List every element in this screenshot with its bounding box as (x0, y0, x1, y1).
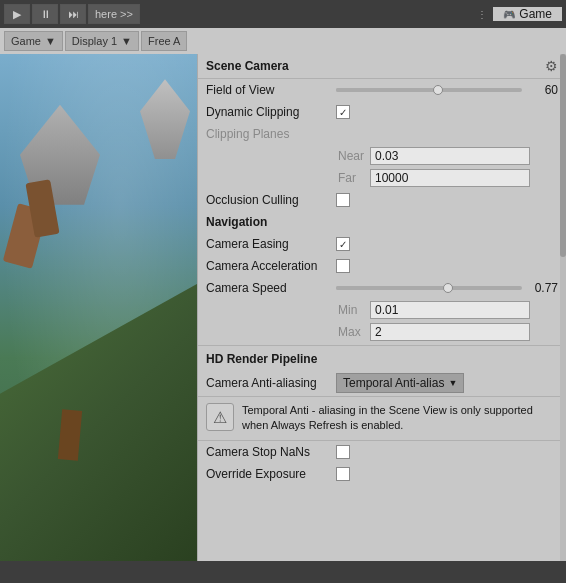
field-of-view-row: Field of View 60 (198, 79, 566, 101)
anti-aliasing-row: Camera Anti-aliasing Temporal Anti-alias… (198, 370, 566, 396)
scene-camera-panel: Scene Camera ⚙ Field of View 60 Dynamic … (197, 54, 566, 561)
field-of-view-value: 60 (528, 83, 558, 97)
dynamic-clipping-checkbox[interactable] (336, 105, 350, 119)
near-row: Near (198, 145, 566, 167)
camera-stop-nans-checkbox[interactable] (336, 445, 350, 459)
warning-text: Temporal Anti - aliasing in the Scene Vi… (242, 403, 558, 434)
display-dropdown[interactable]: Display 1 ▼ (65, 31, 139, 51)
game-dropdown-arrow: ▼ (45, 35, 56, 47)
occlusion-culling-row: Occlusion Culling (198, 189, 566, 211)
display-dropdown-label: Display 1 (72, 35, 117, 47)
section-divider-1 (198, 345, 566, 346)
anti-aliasing-arrow: ▼ (448, 378, 457, 388)
fov-fill (336, 88, 438, 92)
camera-easing-row: Camera Easing (198, 233, 566, 255)
dynamic-clipping-row: Dynamic Clipping (198, 101, 566, 123)
game-tab-label: Game (519, 7, 552, 21)
occlusion-culling-label: Occlusion Culling (206, 193, 336, 207)
far-label: Far (338, 171, 370, 185)
game-dropdown-label: Game (11, 35, 41, 47)
camera-acceleration-checkbox[interactable] (336, 259, 350, 273)
speed-fill (336, 286, 448, 290)
game-toolbar: Game ▼ Display 1 ▼ Free A (0, 28, 566, 54)
free-dropdown-label: Free A (148, 35, 180, 47)
camera-speed-row: Camera Speed 0.77 (198, 277, 566, 299)
scene-input-group: here >> (88, 4, 140, 24)
camera-stop-nans-label: Camera Stop NaNs (206, 445, 336, 459)
max-row: Max (198, 321, 566, 343)
min-label: Min (338, 303, 370, 317)
speed-thumb[interactable] (443, 283, 453, 293)
display-dropdown-arrow: ▼ (121, 35, 132, 47)
field-of-view-label: Field of View (206, 83, 336, 97)
hd-render-label: HD Render Pipeline (206, 352, 336, 366)
override-exposure-row: Override Exposure (198, 463, 566, 485)
anti-aliasing-dropdown[interactable]: Temporal Anti-alias ▼ (336, 373, 464, 393)
warning-box: ⚠ Temporal Anti - aliasing in the Scene … (198, 396, 566, 441)
clipping-planes-label: Clipping Planes (206, 127, 336, 141)
panel-header: Scene Camera ⚙ (198, 54, 566, 79)
step-button[interactable]: ⏭ (60, 4, 86, 24)
settings-icon[interactable]: ⚙ (545, 58, 558, 74)
camera-speed-value: 0.77 (528, 281, 558, 295)
occlusion-culling-checkbox[interactable] (336, 193, 350, 207)
far-input[interactable] (370, 169, 530, 187)
camera-easing-label: Camera Easing (206, 237, 336, 251)
near-label: Near (338, 149, 370, 163)
override-exposure-label: Override Exposure (206, 467, 336, 481)
speed-track[interactable] (336, 286, 522, 290)
camera-acceleration-row: Camera Acceleration (198, 255, 566, 277)
game-dropdown[interactable]: Game ▼ (4, 31, 63, 51)
scrollbar-thumb[interactable] (560, 54, 566, 257)
main-area: Scene Camera ⚙ Field of View 60 Dynamic … (0, 54, 566, 561)
navigation-label: Navigation (206, 215, 336, 229)
max-input[interactable] (370, 323, 530, 341)
camera-easing-checkbox[interactable] (336, 237, 350, 251)
navigation-section: Navigation (198, 211, 566, 233)
far-row: Far (198, 167, 566, 189)
max-label: Max (338, 325, 370, 339)
anti-aliasing-label: Camera Anti-aliasing (206, 376, 336, 390)
camera-speed-label: Camera Speed (206, 281, 336, 295)
scene-input-value: here >> (95, 8, 133, 20)
game-tab[interactable]: 🎮 Game (493, 7, 562, 21)
fov-track[interactable] (336, 88, 522, 92)
fov-thumb[interactable] (433, 85, 443, 95)
tab-more-button[interactable]: ⋮ (473, 3, 491, 25)
hd-render-section: HD Render Pipeline (198, 348, 566, 370)
top-toolbar: ▶ ⏸ ⏭ here >> ⋮ 🎮 Game (0, 0, 566, 28)
game-tab-icon: 🎮 (503, 9, 515, 20)
panel-title: Scene Camera (206, 59, 289, 73)
free-dropdown[interactable]: Free A (141, 31, 187, 51)
camera-acceleration-label: Camera Acceleration (206, 259, 336, 273)
field-of-view-slider[interactable]: 60 (336, 83, 558, 97)
camera-speed-slider[interactable]: 0.77 (336, 281, 558, 295)
override-exposure-checkbox[interactable] (336, 467, 350, 481)
warning-icon: ⚠ (206, 403, 234, 431)
min-row: Min (198, 299, 566, 321)
dynamic-clipping-label: Dynamic Clipping (206, 105, 336, 119)
camera-stop-nans-row: Camera Stop NaNs (198, 441, 566, 463)
scrollbar[interactable] (560, 54, 566, 561)
min-input[interactable] (370, 301, 530, 319)
anti-aliasing-value: Temporal Anti-alias (343, 376, 444, 390)
play-button[interactable]: ▶ (4, 4, 30, 24)
scene-viewport[interactable] (0, 54, 200, 561)
clipping-planes-row: Clipping Planes (198, 123, 566, 145)
pause-button[interactable]: ⏸ (32, 4, 58, 24)
near-input[interactable] (370, 147, 530, 165)
